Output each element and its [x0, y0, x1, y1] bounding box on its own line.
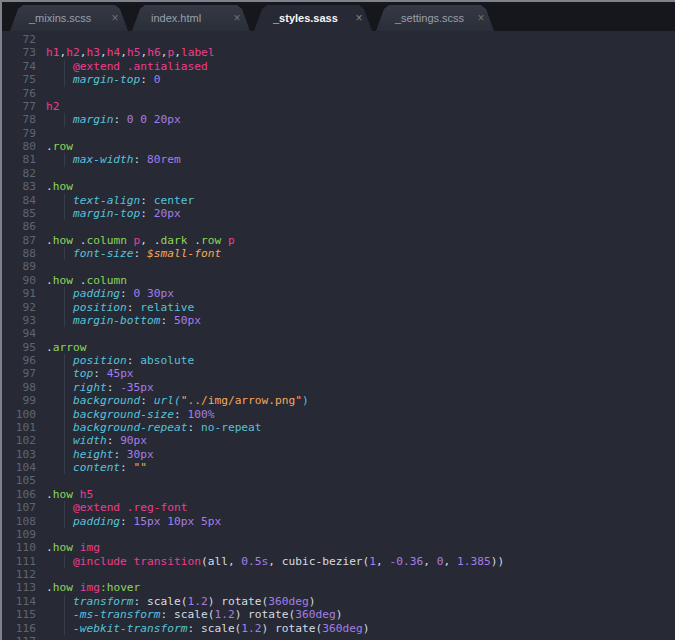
- code-text: content: "": [36, 461, 147, 474]
- code-line[interactable]: 74 @extend .antialiased: [2, 60, 675, 73]
- line-number: 98: [2, 381, 36, 394]
- code-line[interactable]: 106.how h5: [2, 488, 675, 501]
- code-line[interactable]: 78 margin: 0 0 20px: [2, 113, 675, 126]
- code-line[interactable]: 103 height: 30px: [2, 448, 675, 461]
- code-line[interactable]: 97 top: 45px: [2, 367, 675, 380]
- tab-settings-scss[interactable]: _settings.scss×: [376, 5, 494, 31]
- code-line[interactable]: 111 @include transition(all, 0.5s, cubic…: [2, 555, 675, 568]
- tab-mixins-scss[interactable]: _mixins.scss×: [10, 5, 128, 31]
- code-line[interactable]: 82: [2, 167, 675, 180]
- code-text: @extend .reg-font: [36, 501, 187, 514]
- line-number: 115: [2, 608, 36, 621]
- code-line[interactable]: 90.how .column: [2, 274, 675, 287]
- code-line[interactable]: 94: [2, 327, 675, 340]
- line-number: 92: [2, 301, 36, 314]
- code-line[interactable]: 93 margin-bottom: 50px: [2, 314, 675, 327]
- line-number: 93: [2, 314, 36, 327]
- code-line[interactable]: 96 position: absolute: [2, 354, 675, 367]
- code-text: .arrow: [36, 341, 86, 354]
- code-line[interactable]: 84 text-align: center: [2, 194, 675, 207]
- code-text: @extend .antialiased: [36, 60, 208, 73]
- code-line[interactable]: 98 right: -35px: [2, 381, 675, 394]
- line-number: 81: [2, 153, 36, 166]
- code-text: [36, 635, 46, 640]
- code-text: [36, 87, 46, 100]
- tab-label: index.html: [132, 12, 224, 24]
- code-line[interactable]: 87.how .column p, .dark .row p: [2, 234, 675, 247]
- code-text: [36, 327, 46, 340]
- code-line[interactable]: 104 content: "": [2, 461, 675, 474]
- code-text: .how .column: [36, 274, 127, 287]
- code-text: margin: 0 0 20px: [36, 113, 181, 126]
- code-line[interactable]: 95.arrow: [2, 341, 675, 354]
- code-line[interactable]: 79: [2, 127, 675, 140]
- code-line[interactable]: 113.how img:hover: [2, 581, 675, 594]
- code-line[interactable]: 75 margin-top: 0: [2, 73, 675, 86]
- line-number: 76: [2, 87, 36, 100]
- close-icon[interactable]: ×: [468, 5, 494, 31]
- code-line[interactable]: 85 margin-top: 20px: [2, 207, 675, 220]
- code-line[interactable]: 102 width: 90px: [2, 434, 675, 447]
- code-text: background-repeat: no-repeat: [36, 421, 262, 434]
- code-line[interactable]: 80.row: [2, 140, 675, 153]
- code-line[interactable]: 105: [2, 474, 675, 487]
- line-number: 114: [2, 595, 36, 608]
- line-number: 91: [2, 287, 36, 300]
- code-line[interactable]: 107 @extend .reg-font: [2, 501, 675, 514]
- tab-index-html[interactable]: index.html×: [132, 5, 250, 31]
- code-line[interactable]: 88 font-size: $small-font: [2, 247, 675, 260]
- line-number: 82: [2, 167, 36, 180]
- code-line[interactable]: 77h2: [2, 100, 675, 113]
- code-text: h1,h2,h3,h4,h5,h6,p,label: [36, 46, 215, 59]
- line-number: 111: [2, 555, 36, 568]
- code-text: text-align: center: [36, 194, 194, 207]
- line-number: 89: [2, 260, 36, 273]
- code-text: max-width: 80rem: [36, 153, 181, 166]
- editor-pane[interactable]: 7273h1,h2,h3,h4,h5,h6,p,label74 @extend …: [2, 31, 675, 640]
- code-text: transform: scale(1.2) rotate(360deg): [36, 595, 315, 608]
- code-line[interactable]: 89: [2, 260, 675, 273]
- code-text: margin-top: 20px: [36, 207, 181, 220]
- code-line[interactable]: 114 transform: scale(1.2) rotate(360deg): [2, 595, 675, 608]
- code-line[interactable]: 99 background: url("../img/arrow.png"): [2, 394, 675, 407]
- line-number: 106: [2, 488, 36, 501]
- code-line[interactable]: 91 padding: 0 30px: [2, 287, 675, 300]
- line-number: 73: [2, 46, 36, 59]
- code-text: .how img:hover: [36, 581, 140, 594]
- code-line[interactable]: 81 max-width: 80rem: [2, 153, 675, 166]
- code-text: [36, 528, 46, 541]
- code-line[interactable]: 117: [2, 635, 675, 640]
- tab-styles-sass[interactable]: _styles.sass×: [254, 5, 372, 31]
- code-line[interactable]: 108 padding: 15px 10px 5px: [2, 515, 675, 528]
- line-number: 94: [2, 327, 36, 340]
- code-line[interactable]: 101 background-repeat: no-repeat: [2, 421, 675, 434]
- code-text: @include transition(all, 0.5s, cubic-bez…: [36, 555, 504, 568]
- code-text: -webkit-transform: scale(1.2) rotate(360…: [36, 622, 369, 635]
- code-line[interactable]: 112: [2, 568, 675, 581]
- code-line[interactable]: 110.how img: [2, 541, 675, 554]
- code-line[interactable]: 116 -webkit-transform: scale(1.2) rotate…: [2, 622, 675, 635]
- code-text: .how: [36, 180, 73, 193]
- code-line[interactable]: 92 position: relative: [2, 301, 675, 314]
- line-number: 75: [2, 73, 36, 86]
- code-text: [36, 260, 46, 273]
- code-line[interactable]: 73h1,h2,h3,h4,h5,h6,p,label: [2, 46, 675, 59]
- code-line[interactable]: 115 -ms-transform: scale(1.2) rotate(360…: [2, 608, 675, 621]
- code-line[interactable]: 72: [2, 33, 675, 46]
- code-text: [36, 167, 46, 180]
- line-number: 102: [2, 434, 36, 447]
- code-line[interactable]: 100 background-size: 100%: [2, 408, 675, 421]
- close-icon[interactable]: ×: [224, 5, 250, 31]
- line-number: 108: [2, 515, 36, 528]
- code-line[interactable]: 76: [2, 87, 675, 100]
- close-icon[interactable]: ×: [346, 5, 372, 31]
- code-text: [36, 568, 46, 581]
- code-line[interactable]: 86: [2, 220, 675, 233]
- line-number: 116: [2, 622, 36, 635]
- code-editor-window: _mixins.scss×index.html×_styles.sass×_se…: [0, 0, 675, 640]
- code-line[interactable]: 83.how: [2, 180, 675, 193]
- code-lines: 7273h1,h2,h3,h4,h5,h6,p,label74 @extend …: [2, 33, 675, 640]
- code-text: .how img: [36, 541, 100, 554]
- code-line[interactable]: 109: [2, 528, 675, 541]
- close-icon[interactable]: ×: [102, 5, 128, 31]
